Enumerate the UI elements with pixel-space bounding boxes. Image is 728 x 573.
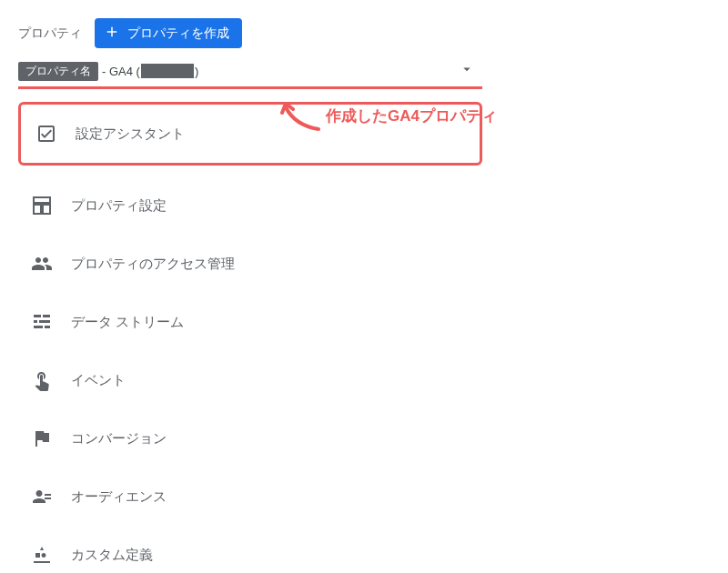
menu-item-label: コンバージョン	[71, 430, 167, 447]
section-label: プロパティ	[18, 25, 82, 42]
annotation-text: 作成したGA4プロパティ	[326, 106, 497, 126]
menu-item-label: オーディエンス	[71, 488, 167, 506]
flag-icon	[31, 427, 53, 449]
menu-item-label: イベント	[71, 372, 126, 389]
create-property-button[interactable]: プロパティを作成	[95, 18, 242, 48]
menu-item-label: データ ストリーム	[71, 314, 184, 331]
menu-item-property-settings[interactable]: プロパティ設定	[18, 176, 482, 235]
custom-icon	[31, 544, 53, 566]
svg-rect-4	[34, 326, 43, 328]
property-name-badge: プロパティ名	[18, 62, 98, 81]
layout-icon	[31, 195, 53, 216]
property-selector[interactable]: プロパティ名 - GA4 ( )	[18, 57, 482, 89]
svg-rect-5	[45, 326, 50, 328]
menu-item-label: カスタム定義	[71, 547, 153, 564]
svg-rect-0	[34, 315, 41, 317]
svg-rect-1	[43, 315, 50, 317]
tap-icon	[31, 369, 53, 391]
stream-icon	[31, 311, 53, 333]
menu-item-events[interactable]: イベント	[18, 351, 482, 409]
create-button-label: プロパティを作成	[127, 25, 229, 42]
plus-icon	[104, 24, 120, 43]
menu-item-access-management[interactable]: プロパティのアクセス管理	[18, 235, 482, 293]
property-name-value: - GA4 ( )	[102, 64, 198, 78]
menu-item-label: 設定アシスタント	[76, 126, 185, 143]
menu-item-label: プロパティ設定	[71, 197, 167, 215]
arrow-icon	[280, 106, 320, 141]
checkbox-icon	[35, 123, 57, 145]
property-menu: 設定アシスタント プロパティ設定 プロパティのアクセス管理 データ ストリーム	[18, 102, 482, 573]
group-icon	[31, 253, 53, 275]
menu-item-data-streams[interactable]: データ ストリーム	[18, 293, 482, 351]
svg-rect-3	[39, 320, 50, 323]
property-header: プロパティ プロパティを作成	[18, 18, 728, 48]
menu-item-conversion[interactable]: コンバージョン	[18, 409, 482, 467]
menu-item-custom-definitions[interactable]: カスタム定義	[18, 526, 482, 573]
callout-annotation: 作成したGA4プロパティ	[280, 106, 497, 141]
menu-item-label: プロパティのアクセス管理	[71, 256, 235, 273]
chevron-down-icon	[459, 61, 475, 81]
audience-icon	[31, 486, 53, 508]
redacted-id	[141, 64, 194, 78]
svg-rect-2	[34, 320, 37, 323]
menu-item-audience[interactable]: オーディエンス	[18, 467, 482, 526]
